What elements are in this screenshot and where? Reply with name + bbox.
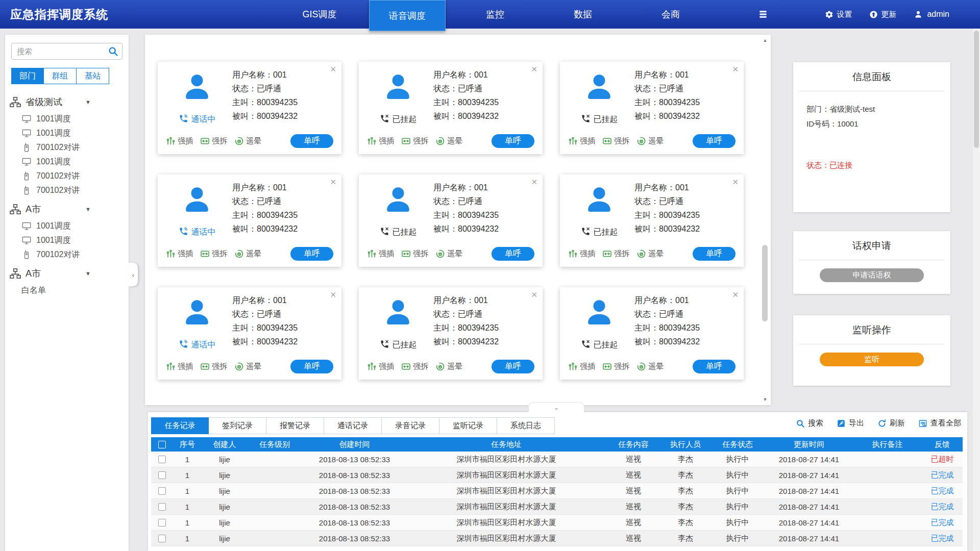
force-release-button[interactable]: 强拆	[401, 136, 428, 146]
sidebar-tab[interactable]: 群组	[44, 68, 77, 84]
close-icon[interactable]: ✕	[531, 290, 537, 299]
nav-item[interactable]: 监控	[457, 0, 533, 29]
single-call-button[interactable]: 单呼	[492, 247, 534, 261]
search-input[interactable]	[11, 43, 122, 60]
force-insert-button[interactable]: 强插	[166, 362, 193, 371]
close-icon[interactable]: ✕	[732, 290, 739, 299]
remote-stun-button[interactable]: 遥晕	[636, 362, 664, 371]
single-call-button[interactable]: 单呼	[290, 134, 333, 148]
record-tab[interactable]: 系统日志	[497, 417, 555, 434]
close-icon[interactable]: ✕	[330, 290, 336, 299]
row-checkbox[interactable]	[158, 471, 166, 479]
force-release-button[interactable]: 强拆	[200, 362, 227, 371]
tree-item[interactable]: 700102对讲	[9, 247, 129, 262]
force-release-button[interactable]: 强拆	[602, 136, 629, 146]
cell-feedback[interactable]: 已完成	[922, 518, 963, 528]
tree-group-row[interactable]: A市 ▼	[9, 201, 91, 218]
table-search-button[interactable]: 搜索	[796, 418, 823, 428]
close-icon[interactable]: ✕	[732, 65, 739, 74]
tree-item[interactable]: 700102对讲	[9, 169, 129, 183]
tree-item[interactable]: 白名单	[9, 283, 129, 297]
remote-stun-button[interactable]: 遥晕	[636, 136, 664, 146]
single-call-button[interactable]: 单呼	[290, 247, 333, 261]
row-checkbox[interactable]	[158, 519, 166, 527]
row-checkbox[interactable]	[158, 503, 166, 511]
force-release-button[interactable]: 强拆	[200, 136, 227, 146]
force-insert-button[interactable]: 强插	[367, 249, 394, 259]
record-tab[interactable]: 监听记录	[439, 417, 497, 434]
cards-scrollbar[interactable]: ▲ ▼	[762, 37, 769, 403]
cell-feedback[interactable]: 已完成	[922, 534, 963, 543]
nav-item[interactable]: 会商	[632, 0, 709, 29]
cell-feedback[interactable]: 已完成	[922, 502, 963, 512]
force-release-button[interactable]: 强拆	[602, 249, 629, 259]
cell-feedback[interactable]: 已完成	[922, 470, 963, 480]
view-all-button[interactable]: 查看全部	[918, 418, 961, 428]
force-insert-button[interactable]: 强插	[568, 136, 595, 146]
remote-stun-button[interactable]: 遥晕	[636, 249, 664, 259]
nav-item[interactable]: GIS调度	[281, 0, 358, 29]
single-call-button[interactable]: 单呼	[492, 360, 534, 373]
force-insert-button[interactable]: 强插	[166, 249, 193, 259]
user-menu[interactable]: admin	[914, 10, 949, 19]
force-insert-button[interactable]: 强插	[166, 136, 193, 146]
single-call-button[interactable]: 单呼	[693, 247, 736, 261]
sidebar-collapse-handle[interactable]: ‹	[129, 263, 138, 286]
monitor-button[interactable]: 监听	[820, 353, 924, 366]
record-tab[interactable]: 通话记录	[324, 417, 382, 434]
scroll-down-icon[interactable]: ▼	[762, 396, 769, 403]
sidebar-tab[interactable]: 基站	[77, 68, 109, 84]
refresh-button[interactable]: 刷新	[877, 418, 905, 428]
row-checkbox[interactable]	[158, 456, 166, 463]
chevron-down-icon[interactable]: ▼	[85, 206, 91, 212]
tree-group-row[interactable]: 省级测试 ▼	[9, 93, 91, 111]
tree-item[interactable]: 700102对讲	[9, 140, 129, 155]
remote-stun-button[interactable]: 遥晕	[435, 362, 462, 371]
remote-stun-button[interactable]: 遥晕	[435, 136, 462, 146]
scroll-up-icon[interactable]: ▲	[762, 37, 769, 44]
menu-button[interactable]	[757, 9, 769, 19]
force-release-button[interactable]: 强拆	[401, 249, 428, 259]
force-insert-button[interactable]: 强插	[367, 362, 394, 371]
nav-item[interactable]: 语音调度	[369, 0, 446, 31]
search-icon[interactable]	[108, 46, 118, 57]
close-icon[interactable]: ✕	[330, 178, 336, 187]
remote-stun-button[interactable]: 遥晕	[234, 362, 261, 371]
cell-feedback[interactable]: 已超时	[922, 455, 963, 464]
close-icon[interactable]: ✕	[330, 65, 336, 74]
remote-stun-button[interactable]: 遥晕	[234, 249, 261, 259]
tree-item[interactable]: 1001调度	[9, 112, 129, 126]
force-release-button[interactable]: 强拆	[401, 362, 428, 371]
remote-stun-button[interactable]: 遥晕	[435, 249, 462, 259]
row-checkbox[interactable]	[158, 535, 166, 542]
tree-group-row[interactable]: A市 ▼	[9, 265, 91, 282]
settings-button[interactable]: 设置	[825, 10, 852, 19]
record-tab[interactable]: 录音记录	[382, 417, 439, 434]
tree-item[interactable]: 1001调度	[9, 219, 129, 233]
tree-item[interactable]: 1001调度	[9, 126, 129, 140]
tree-item[interactable]: 1001调度	[9, 155, 129, 169]
scroll-thumb[interactable]	[762, 245, 768, 321]
close-icon[interactable]: ✕	[732, 178, 739, 187]
cell-feedback[interactable]: 已完成	[922, 486, 963, 496]
window-scroll-thumb[interactable]	[974, 31, 979, 148]
bottom-collapse-handle[interactable]: ⌄	[528, 402, 584, 412]
single-call-button[interactable]: 单呼	[492, 134, 534, 148]
close-icon[interactable]: ✕	[531, 65, 537, 74]
tree-item[interactable]: 1001调度	[9, 233, 129, 247]
record-tab[interactable]: 签到记录	[209, 417, 266, 434]
select-all-checkbox[interactable]	[158, 441, 166, 448]
update-button[interactable]: 更新	[869, 10, 896, 19]
remote-stun-button[interactable]: 遥晕	[234, 136, 261, 146]
row-checkbox[interactable]	[158, 487, 166, 495]
nav-item[interactable]: 数据	[545, 0, 621, 29]
single-call-button[interactable]: 单呼	[290, 360, 333, 373]
window-scrollbar[interactable]	[973, 29, 980, 551]
single-call-button[interactable]: 单呼	[693, 360, 736, 373]
force-insert-button[interactable]: 强插	[568, 362, 595, 371]
force-insert-button[interactable]: 强插	[568, 249, 595, 259]
request-floor-button[interactable]: 申请话语权	[820, 268, 924, 282]
force-release-button[interactable]: 强拆	[602, 362, 629, 371]
export-button[interactable]: 导出	[837, 418, 864, 428]
single-call-button[interactable]: 单呼	[693, 134, 736, 148]
